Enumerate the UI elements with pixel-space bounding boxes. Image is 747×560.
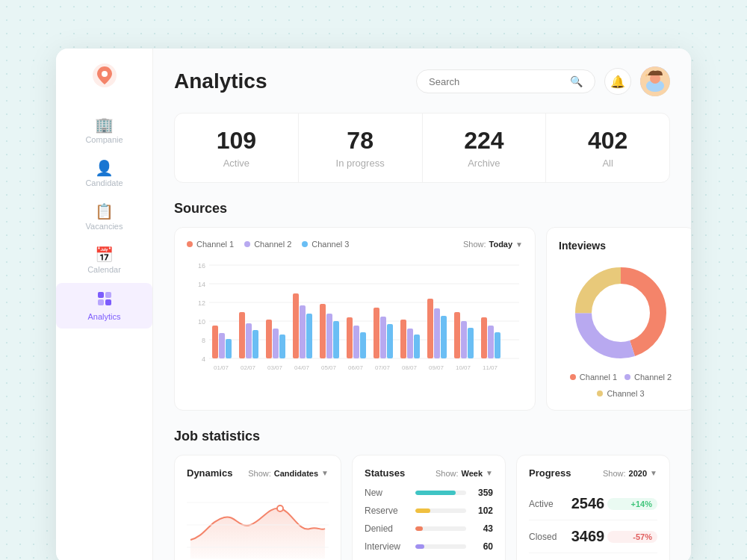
svg-text:4: 4 <box>202 355 205 363</box>
sidebar-item-companies[interactable]: 🏢 Companie <box>56 110 152 152</box>
donut-svg <box>568 261 673 365</box>
main-content: Analytics 🔍 🔔 <box>153 49 691 560</box>
status-row: Reserve 102 <box>365 505 493 516</box>
bar-chart-show-value[interactable]: Today <box>489 240 513 249</box>
svg-rect-53 <box>495 332 500 358</box>
donut-legend-ch2: Channel 2 <box>624 373 672 382</box>
svg-rect-46 <box>434 308 440 358</box>
bar-chart-header: Channel 1 Channel 2 Channel 3 <box>187 240 523 249</box>
svg-rect-34 <box>326 314 332 358</box>
svg-text:16: 16 <box>198 262 205 270</box>
legend-dot-channel1 <box>187 241 193 247</box>
svg-point-1 <box>102 71 108 77</box>
svg-rect-52 <box>488 326 494 358</box>
donut-ch1-label: Channel 1 <box>580 373 617 382</box>
svg-text:03/07: 03/07 <box>267 364 283 371</box>
status-count: 359 <box>472 488 493 498</box>
status-bar-bg <box>415 491 466 495</box>
sidebar-item-candidate[interactable]: 👤 Candidate <box>56 153 152 195</box>
legend-dot-channel2 <box>244 241 250 247</box>
stats-row: 109 Active 78 In progress 224 Archive 40… <box>174 113 670 183</box>
svg-text:11/07: 11/07 <box>483 364 498 371</box>
svg-rect-5 <box>105 299 111 305</box>
svg-rect-36 <box>347 317 353 358</box>
donut-ch3-label: Channel 3 <box>607 389 644 398</box>
svg-rect-3 <box>105 292 111 298</box>
sources-title: Sources <box>174 201 670 217</box>
progress-show-label: Show: <box>603 469 626 478</box>
progress-badge: -57% <box>607 531 657 543</box>
svg-text:8: 8 <box>202 337 205 344</box>
svg-rect-41 <box>387 324 393 358</box>
svg-rect-30 <box>293 293 299 358</box>
notification-bell[interactable]: 🔔 <box>604 68 631 95</box>
job-stats-title: Job statistics <box>174 429 670 444</box>
donut-title: Inteviews <box>559 240 606 252</box>
header: Analytics 🔍 🔔 <box>174 66 670 96</box>
stat-label-archive: Archive <box>435 158 534 169</box>
analytics-icon <box>96 290 113 309</box>
status-row: New 359 <box>365 488 493 498</box>
dynamics-title: Dynamics <box>187 467 232 479</box>
stat-number-active: 109 <box>187 127 286 155</box>
svg-rect-37 <box>353 326 359 358</box>
svg-rect-26 <box>252 330 258 358</box>
sidebar-logo <box>91 62 118 89</box>
stat-label-active: Active <box>187 158 286 169</box>
stat-number-archive: 224 <box>435 127 534 155</box>
status-count: 102 <box>472 505 493 516</box>
bar-chart-legend: Channel 1 Channel 2 Channel 3 <box>187 240 349 249</box>
stat-archive: 224 Archive <box>423 113 547 182</box>
vacancies-icon: 📋 <box>95 204 114 219</box>
dynamics-show: Show: Candidates ▼ <box>248 469 329 478</box>
search-input[interactable] <box>429 76 564 87</box>
stat-label-all: All <box>558 158 657 169</box>
candidate-icon: 👤 <box>95 161 114 175</box>
dynamics-show-label: Show: <box>248 469 271 478</box>
donut-dot-ch1 <box>570 374 576 380</box>
svg-rect-39 <box>374 308 379 358</box>
statuses-chevron: ▼ <box>486 469 493 477</box>
sources-grid: Channel 1 Channel 2 Channel 3 <box>174 227 670 411</box>
sidebar-item-analytics[interactable]: Analytics <box>56 283 152 329</box>
sidebar-item-vacancies[interactable]: 📋 Vacancies <box>56 196 152 238</box>
donut-legend: Channel 1 Channel 2 Channel 3 <box>559 373 683 398</box>
svg-rect-48 <box>454 312 460 358</box>
status-bar-fill <box>415 526 423 531</box>
svg-rect-22 <box>219 333 225 358</box>
job-stats-section: Job statistics Dynamics Show: Candidates… <box>174 429 670 560</box>
status-count: 60 <box>472 541 493 552</box>
sidebar-label-companies: Companie <box>85 135 123 144</box>
svg-point-68 <box>600 292 642 334</box>
donut-dot-ch2 <box>624 374 630 380</box>
svg-rect-35 <box>333 321 339 358</box>
sources-section: Sources Channel 1 Channel 2 <box>174 201 670 411</box>
svg-rect-32 <box>306 314 312 358</box>
svg-rect-27 <box>266 320 272 358</box>
progress-rows: Active 2546 +14% Closed 3469 -57% All va… <box>529 488 657 560</box>
svg-text:07/07: 07/07 <box>375 364 391 371</box>
search-box[interactable]: 🔍 <box>416 69 595 93</box>
bar-chart-show-label: Show: <box>463 240 486 249</box>
stat-number-all: 402 <box>558 127 657 155</box>
avatar[interactable] <box>640 66 670 96</box>
svg-text:01/07: 01/07 <box>214 364 229 371</box>
svg-text:10/07: 10/07 <box>456 364 471 371</box>
svg-text:04/07: 04/07 <box>294 364 310 371</box>
svg-rect-49 <box>461 321 467 358</box>
statuses-show-value[interactable]: Week <box>462 469 483 478</box>
sidebar-item-calendar[interactable]: 📅 Calendar <box>56 240 152 281</box>
svg-text:06/07: 06/07 <box>348 364 364 371</box>
status-name: Reserve <box>365 505 409 516</box>
statuses-header: Statuses Show: Week ▼ <box>365 467 493 479</box>
progress-show-value[interactable]: 2020 <box>629 469 647 478</box>
svg-rect-2 <box>98 292 104 298</box>
svg-text:12: 12 <box>198 299 205 307</box>
progress-number: 2546 <box>568 495 608 512</box>
dynamics-card: Dynamics Show: Candidates ▼ <box>174 455 341 560</box>
page-title: Analytics <box>174 69 267 93</box>
status-name: New <box>365 488 409 498</box>
status-bar-fill <box>415 544 424 549</box>
dynamics-show-value[interactable]: Candidates <box>274 469 318 478</box>
stat-label-in-progress: In progress <box>311 158 410 169</box>
